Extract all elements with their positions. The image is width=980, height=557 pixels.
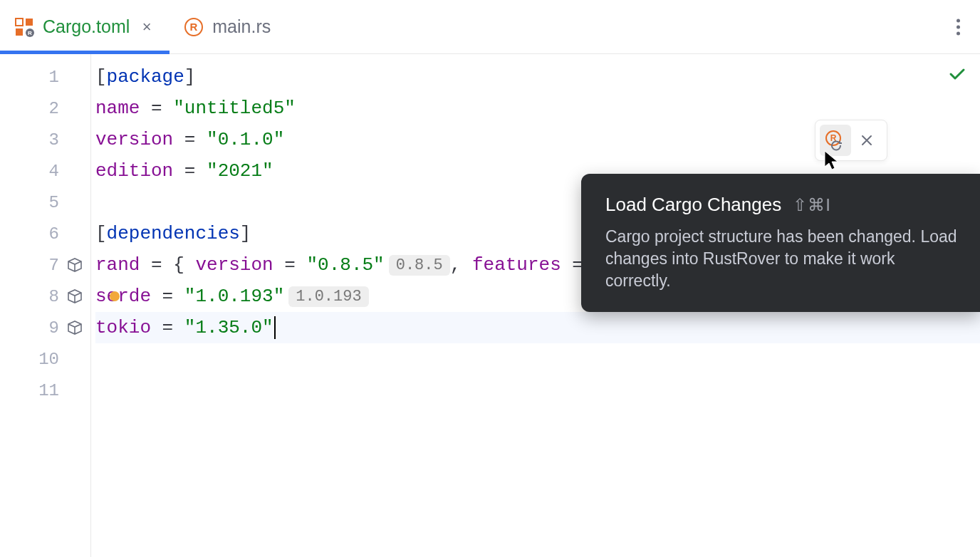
line-number: 5	[31, 193, 59, 212]
line-number: 7	[31, 256, 59, 275]
svg-rect-0	[16, 19, 23, 26]
cargo-changes-toolbar: R	[815, 120, 887, 161]
keyboard-shortcut: ⇧⌘I	[793, 195, 831, 215]
tab-cargo-toml[interactable]: R Cargo.toml ×	[0, 0, 170, 53]
crate-icon[interactable]	[65, 318, 85, 338]
gutter: 1 2 3 4 5 6 7 8 9 10 11	[0, 54, 91, 557]
line-number: 11	[31, 381, 59, 400]
version-hint: 0.8.5	[389, 255, 450, 276]
line-number: 9	[31, 318, 59, 338]
code-line[interactable]	[95, 343, 980, 375]
crate-icon[interactable]	[65, 255, 85, 275]
cargo-toml-icon: R	[14, 17, 34, 37]
svg-text:R: R	[28, 30, 32, 36]
tab-bar: R Cargo.toml × R main.rs	[0, 0, 980, 54]
tab-label: main.rs	[212, 16, 271, 37]
load-cargo-tooltip: Load Cargo Changes ⇧⌘I Cargo project str…	[581, 174, 980, 312]
tooltip-body: Cargo project structure has been changed…	[605, 226, 957, 292]
line-number: 10	[31, 350, 59, 369]
reload-cargo-button[interactable]: R	[820, 125, 851, 156]
close-icon	[860, 133, 874, 147]
line-number: 2	[31, 99, 59, 118]
code-line[interactable]: tokio = "1.35.0"	[95, 312, 980, 343]
svg-rect-1	[26, 19, 33, 26]
crate-icon[interactable]	[65, 286, 85, 306]
tooltip-title: Load Cargo Changes	[605, 194, 781, 216]
line-number: 1	[31, 68, 59, 87]
tab-label: Cargo.toml	[43, 16, 130, 37]
line-number: 8	[31, 287, 59, 306]
line-number: 4	[31, 162, 59, 181]
code-line[interactable]: [package]	[95, 61, 980, 93]
more-options-button[interactable]	[951, 13, 966, 41]
text-cursor	[274, 316, 276, 339]
warning-indicator[interactable]	[110, 291, 120, 301]
line-number: 3	[31, 130, 59, 150]
tab-main-rs[interactable]: R main.rs	[170, 0, 285, 53]
line-number: 6	[31, 224, 59, 244]
svg-text:R: R	[190, 21, 198, 33]
close-icon[interactable]: ×	[138, 19, 155, 36]
version-hint: 1.0.193	[288, 286, 368, 307]
rust-file-icon: R	[184, 17, 204, 37]
code-line[interactable]	[95, 375, 980, 406]
svg-rect-2	[16, 28, 23, 36]
dismiss-button[interactable]	[851, 125, 882, 156]
